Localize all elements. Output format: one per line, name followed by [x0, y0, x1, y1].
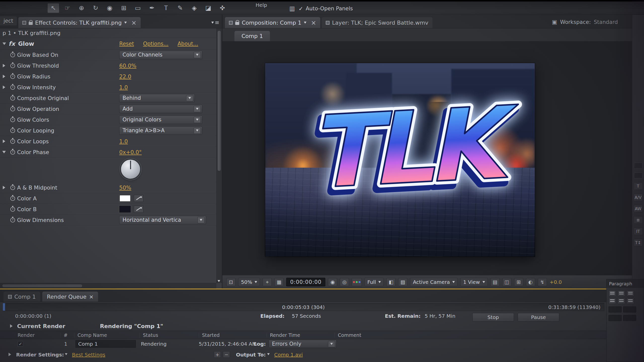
twirl-icon[interactable] [2, 151, 6, 153]
twirl-icon[interactable] [3, 64, 5, 67]
render-item-comp-name[interactable]: Comp 1 [75, 340, 136, 348]
transparency-grid-icon[interactable]: ▨ [398, 278, 407, 286]
close-icon[interactable]: × [131, 20, 137, 26]
tab-dropdown-icon[interactable] [304, 22, 306, 24]
fast-preview-icon[interactable]: ↯ [538, 278, 547, 286]
show-channel-icon[interactable] [352, 278, 362, 286]
scroll-down-icon[interactable] [218, 280, 220, 282]
region-of-interest-icon[interactable]: ◧ [386, 278, 395, 286]
twirl-icon[interactable] [3, 85, 5, 89]
view-layout-dropdown[interactable]: 1 View [460, 278, 488, 286]
comp-viewer-tab[interactable]: Comp 1 [234, 31, 270, 41]
collapsed-panel-badge[interactable] [634, 172, 642, 178]
remove-output-module-button[interactable]: − [223, 351, 230, 358]
workspace-selector[interactable]: ▣ Workspace: Standard [552, 19, 618, 25]
stopwatch-icon[interactable] [10, 117, 15, 122]
rotation-tool-button[interactable]: ↻ [90, 3, 102, 13]
add-output-module-button[interactable]: + [214, 351, 221, 358]
glow-radius-value[interactable]: 22.0 [119, 73, 131, 80]
horizontal-scrollbar[interactable] [0, 283, 216, 289]
stopwatch-icon[interactable] [10, 63, 15, 68]
spacing-field[interactable] [609, 315, 622, 321]
paragraph-panel-tab[interactable]: Paragraph [607, 279, 644, 288]
character-tracking-icon[interactable]: AW [634, 205, 643, 212]
align-right-button[interactable] [627, 290, 634, 296]
twirl-icon[interactable] [9, 353, 11, 356]
color-a-swatch[interactable] [119, 195, 131, 202]
auto-open-panels-checkbox[interactable]: ▥ ✓ Auto-Open Panels [289, 5, 353, 12]
collapsed-panel-badge[interactable] [634, 163, 642, 169]
align-left-button[interactable] [609, 290, 616, 296]
dropdown-arrow-icon[interactable] [186, 95, 193, 101]
color-phase-dial[interactable] [120, 159, 141, 179]
stop-button[interactable]: Stop [472, 313, 514, 322]
composition-viewport[interactable]: TLK TLK TLK [222, 41, 632, 275]
stopwatch-icon[interactable] [10, 74, 15, 79]
render-settings-value[interactable]: Best Settings [72, 352, 105, 358]
scrollbar-thumb[interactable] [217, 30, 221, 171]
scrollbar-thumb[interactable] [2, 284, 83, 288]
glow-threshold-value[interactable]: 60.0% [119, 63, 136, 69]
magnification-dropdown[interactable]: 50% [238, 278, 260, 286]
view-layout-icon[interactable]: ⊞ [514, 278, 523, 286]
indent-field[interactable] [609, 306, 622, 312]
column-comp-name[interactable]: Comp Name [74, 333, 140, 338]
composition-tab[interactable]: Composition: Comp 1 × [225, 17, 320, 28]
glow-dimensions-dropdown[interactable]: Horizontal and Vertica [119, 216, 206, 224]
glow-intensity-value[interactable]: 1.0 [119, 84, 128, 90]
output-to-value[interactable]: Comp 1.avi [274, 352, 303, 358]
align-center-button[interactable] [618, 290, 625, 296]
color-loops-value[interactable]: 1.0 [119, 138, 128, 145]
stopwatch-icon[interactable] [10, 207, 15, 212]
character-kerning-icon[interactable]: A/V [634, 194, 643, 201]
dropdown-arrow-icon[interactable] [65, 353, 67, 355]
color-phase-value[interactable]: 0x+0.0° [119, 149, 142, 155]
render-checkbox[interactable]: ✓ [18, 341, 23, 347]
column-status[interactable]: Status [140, 333, 199, 338]
column-started[interactable]: Started [199, 333, 267, 338]
dropdown-arrow-icon[interactable] [194, 117, 201, 123]
stopwatch-icon[interactable] [10, 196, 15, 201]
character-font-size-icon[interactable]: T [634, 182, 643, 190]
dropdown-arrow-icon[interactable] [194, 127, 201, 134]
camera-tool-button[interactable]: ◉ [104, 3, 116, 13]
menu-help[interactable]: Help [256, 2, 267, 8]
justify-left-button[interactable] [609, 298, 616, 304]
type-tool-button[interactable]: T [160, 3, 172, 13]
grid-guides-icon[interactable]: ▦ [274, 278, 284, 286]
pixel-aspect-icon[interactable]: ◐ [526, 278, 535, 286]
stopwatch-icon[interactable] [10, 139, 15, 144]
pan-behind-tool-button[interactable]: ⊞ [118, 3, 130, 13]
stopwatch-icon[interactable] [10, 150, 15, 155]
eyedropper-icon[interactable] [134, 206, 143, 213]
timeline-comp-tab[interactable]: Comp 1 [4, 292, 40, 302]
pen-tool-button[interactable]: ✒ [146, 3, 158, 13]
zoom-tool-button[interactable]: ⊕ [75, 3, 88, 13]
dropdown-arrow-icon[interactable] [267, 353, 270, 355]
stopwatch-icon[interactable] [10, 85, 15, 90]
stopwatch-icon[interactable] [10, 185, 15, 190]
column-render[interactable]: Render [0, 333, 60, 338]
layer-tab[interactable]: Layer: TLK; Epic Sword Battle.wmv [322, 17, 432, 28]
selection-tool-button[interactable]: ↖ [47, 3, 59, 13]
reset-link[interactable]: Reset [119, 41, 134, 47]
safe-zones-icon[interactable]: ⌖ [263, 278, 272, 286]
log-dropdown[interactable]: Errors Only [269, 340, 337, 348]
viewer-timecode[interactable]: 0:00:00:00 [286, 278, 325, 286]
spacing-field[interactable] [623, 315, 636, 321]
clone-stamp-tool-button[interactable]: ◈ [188, 3, 200, 13]
column-number[interactable]: # [60, 333, 74, 338]
dropdown-arrow-icon[interactable] [197, 217, 205, 223]
stopwatch-icon[interactable] [10, 218, 15, 222]
hand-tool-button[interactable]: ☞ [61, 3, 73, 13]
about-link[interactable]: About... [178, 41, 198, 47]
vertical-scrollbar[interactable] [216, 28, 222, 283]
stopwatch-icon[interactable] [10, 128, 15, 133]
panel-menu-icon[interactable]: ≡ [211, 19, 219, 26]
dropdown-arrow-icon[interactable] [194, 106, 201, 112]
eyedropper-icon[interactable] [134, 195, 143, 202]
glow-based-on-dropdown[interactable]: Color Channels [119, 51, 202, 59]
timeline-icon[interactable]: ▤ [491, 278, 500, 286]
dropdown-arrow-icon[interactable] [194, 52, 201, 58]
brush-tool-button[interactable]: ✎ [174, 3, 186, 13]
